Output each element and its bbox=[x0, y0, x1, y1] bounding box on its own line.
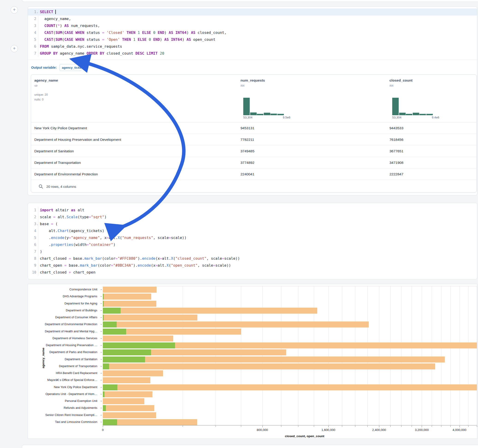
y-axis-tick bbox=[101, 394, 102, 394]
code-line[interactable]: 4 alt.Chart(agency_tickets) bbox=[28, 227, 477, 234]
chart-bar-open[interactable] bbox=[103, 391, 104, 397]
y-axis-label: Department of Transportation bbox=[59, 365, 97, 368]
sql-code-editor[interactable]: 1⌄SELECT 2 agency_name,3 COUNT(*) AS num… bbox=[28, 8, 477, 57]
code-line[interactable]: 8chart_closed = base.mark_bar(color="#FF… bbox=[28, 255, 477, 262]
gridline bbox=[328, 286, 329, 425]
histogram-bar bbox=[419, 114, 426, 115]
chart-bar-closed[interactable] bbox=[103, 405, 154, 411]
y-axis-tick bbox=[101, 304, 102, 304]
chart-bar-open[interactable] bbox=[103, 384, 117, 390]
y-axis-tick bbox=[101, 324, 102, 324]
line-number: 9 bbox=[28, 262, 36, 269]
y-axis-tick bbox=[101, 311, 102, 311]
code-line[interactable]: 6 .properties(width="container") bbox=[28, 241, 477, 248]
chart-bar-open[interactable] bbox=[103, 294, 104, 300]
table-row[interactable]: Department of Housing Preservation and D… bbox=[31, 134, 476, 145]
code-line[interactable]: 6FROM sample_data.nyc.service_requests bbox=[28, 43, 477, 50]
code-line[interactable]: 10chart_closed + chart_open bbox=[28, 269, 477, 276]
code-line[interactable]: 9chart_open = base.mark_bar(color="#8BC3… bbox=[28, 262, 477, 269]
chart-bar-open[interactable] bbox=[103, 329, 126, 335]
chart-bar-open[interactable] bbox=[103, 301, 104, 307]
chart-bar-open[interactable] bbox=[103, 405, 106, 411]
code-text: ) bbox=[40, 248, 42, 255]
chart-bar-closed[interactable] bbox=[103, 322, 369, 328]
table-row[interactable]: Department of Sanitation37494853677651 bbox=[31, 145, 476, 157]
chart-bar-closed[interactable] bbox=[103, 384, 477, 390]
x-axis-tick-label: 0 bbox=[102, 428, 104, 432]
chart-bar-closed[interactable] bbox=[103, 398, 144, 404]
add-cell-button-output[interactable]: + bbox=[11, 45, 18, 52]
result-table[interactable]: agency_namestrunique: 20nulls: 0num_requ… bbox=[31, 75, 477, 193]
code-text: import altair as alt bbox=[40, 207, 84, 214]
python-code-editor[interactable]: 1import altair as alt2scale = alt.Scale(… bbox=[28, 207, 477, 276]
code-line[interactable]: 2 agency_name, bbox=[28, 15, 477, 22]
chart-bar-open[interactable] bbox=[103, 315, 104, 321]
gridline bbox=[298, 286, 298, 425]
gridline bbox=[367, 286, 368, 425]
chart-bar-open[interactable] bbox=[103, 356, 145, 362]
y-axis-tick bbox=[101, 387, 102, 387]
y-axis-tick bbox=[101, 380, 102, 380]
chart-bar-closed[interactable] bbox=[103, 301, 156, 307]
search-icon[interactable] bbox=[38, 184, 43, 189]
chart-bar-closed[interactable] bbox=[103, 294, 151, 300]
sql-cell[interactable]: 1⌄SELECT 2 agency_name,3 COUNT(*) AS num… bbox=[28, 6, 477, 195]
add-cell-button-top[interactable]: + bbox=[11, 6, 18, 14]
histogram-bar bbox=[392, 98, 399, 115]
chart-bar-closed[interactable] bbox=[103, 412, 156, 418]
chart-bar-closed[interactable] bbox=[103, 377, 150, 383]
table-row[interactable]: Department of Transportation377489234719… bbox=[31, 157, 476, 168]
chart-plot-area bbox=[103, 286, 477, 425]
code-line[interactable]: 3 COUNT(*) AS num_requests, bbox=[28, 22, 477, 29]
table-row[interactable]: Department of Environmental Protection22… bbox=[31, 168, 476, 180]
chart-bar-closed[interactable] bbox=[103, 370, 163, 376]
chart-bar-closed[interactable] bbox=[103, 391, 152, 397]
code-line[interactable]: 1⌄SELECT bbox=[28, 8, 477, 15]
table-cell: New York City Police Department bbox=[31, 122, 237, 134]
code-line[interactable]: 4 CAST(SUM(CASE WHEN status = 'Closed' T… bbox=[28, 29, 477, 36]
code-line[interactable]: 3⌄base = ( bbox=[28, 221, 477, 227]
code-line[interactable]: 2scale = alt.Scale(type="sqrt") bbox=[28, 214, 477, 221]
table-body: New York City Police Department945313194… bbox=[31, 122, 476, 180]
column-header-closed_count[interactable]: closed_counti6453,3049.4e6 bbox=[386, 75, 476, 122]
chart-bar-open[interactable] bbox=[103, 419, 117, 425]
gridline bbox=[355, 286, 355, 425]
python-cell[interactable]: 1import altair as alt2scale = alt.Scale(… bbox=[28, 203, 477, 279]
chart-bar-open[interactable] bbox=[103, 322, 117, 328]
fold-caret-icon[interactable]: ⌄ bbox=[37, 9, 38, 16]
y-axis-label: Department of Buildings bbox=[66, 309, 97, 312]
chart-bar-closed[interactable] bbox=[103, 363, 435, 369]
column-stats: unique: 20nulls: 0 bbox=[34, 92, 237, 102]
column-header-num_requests[interactable]: num_requestsi6453,3049.5e6 bbox=[237, 75, 386, 122]
chart-bar-closed[interactable] bbox=[103, 308, 317, 314]
code-text: alt.Chart(agency_tickets) bbox=[40, 227, 104, 234]
chart-bar-closed[interactable] bbox=[103, 287, 157, 293]
chart-bar-closed[interactable] bbox=[103, 336, 173, 342]
chart-bar-open[interactable] bbox=[103, 342, 175, 348]
table-cell: 7618456 bbox=[386, 134, 476, 145]
column-histogram bbox=[243, 97, 289, 115]
chart-bar-open[interactable] bbox=[103, 308, 121, 314]
code-line[interactable]: 5 .encode(y="agency_name", x=alt.X("num_… bbox=[28, 234, 477, 241]
code-line[interactable]: 5 CAST(SUM(CASE WHEN status = 'Open' THE… bbox=[28, 36, 477, 43]
column-header-agency_name[interactable]: agency_namestrunique: 20nulls: 0 bbox=[31, 75, 237, 122]
x-axis-tick bbox=[216, 426, 216, 427]
chart-bar-open[interactable] bbox=[103, 349, 151, 355]
code-line[interactable]: 7) bbox=[28, 248, 477, 255]
text-cursor bbox=[55, 10, 56, 14]
x-axis-tick bbox=[441, 426, 441, 427]
y-axis-tick bbox=[101, 317, 102, 317]
code-line[interactable]: 7GROUP BY agency_name ORDER BY closed_co… bbox=[28, 50, 477, 57]
chart-bar-closed[interactable] bbox=[103, 315, 197, 321]
y-axis-label: Correspondence Unit bbox=[69, 288, 97, 291]
line-number: 10 bbox=[28, 269, 36, 276]
gridline bbox=[468, 286, 469, 425]
column-name: closed_count bbox=[390, 78, 476, 82]
table-row[interactable]: New York City Police Department945313194… bbox=[31, 122, 476, 134]
gridline bbox=[450, 286, 451, 425]
fold-caret-icon[interactable]: ⌄ bbox=[37, 221, 38, 228]
code-line[interactable]: 1import altair as alt bbox=[28, 207, 477, 214]
chart-bar-open[interactable] bbox=[103, 363, 109, 369]
output-variable-pill[interactable]: agency_tickets bbox=[59, 64, 82, 71]
chart-bar-closed[interactable] bbox=[103, 356, 445, 362]
